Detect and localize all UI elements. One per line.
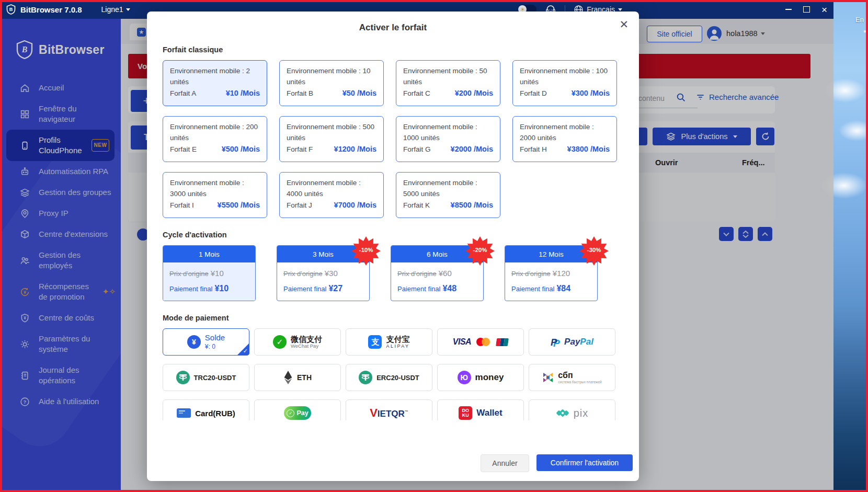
ethereum-icon [283,371,293,384]
plan-price: ¥500 /Mois [222,145,260,153]
section-forfait-classique: Forfait classique [163,45,623,54]
plan-price: ¥300 /Mois [572,89,610,97]
plan-description: Environnement mobile : 2 unités [170,65,260,87]
plan-description: Environnement mobile : 200 unités [170,121,260,143]
cycle-duration: 1 Mois [163,246,255,262]
tether-icon [176,371,190,384]
plan-price: ¥50 /Mois [342,89,376,97]
chevron-down-icon [126,8,130,11]
paypal-logo: PayPal [564,337,593,347]
close-dialog-button[interactable]: ✕ [619,19,629,30]
payment-sbp[interactable]: сбп система быстрых платежей [529,364,615,391]
plan-card[interactable]: Environnement mobile : 100 unités Forfai… [512,60,617,106]
final-price: Paiement final¥10 [169,284,249,293]
plan-card[interactable]: Environnement mobile : 2000 unités Forfa… [512,116,617,162]
plan-price: ¥1200 /Mois [334,145,376,153]
plan-card[interactable]: Environnement mobile : 200 unités Forfai… [163,116,267,162]
payment-erc20-usdt[interactable]: ERC20-USDT [346,364,432,391]
plan-name: Forfait B [287,89,313,97]
plan-card[interactable]: Environnement mobile : 50 unités Forfait… [396,60,500,106]
payment-vietqr[interactable]: VIETQR™ [346,399,432,420]
cycle-option[interactable]: 1 Mois Prix d'origine¥10 Paiement final¥… [163,245,256,301]
confirm-activation-button[interactable]: Confirmer l'activation [536,454,633,471]
dialog-title: Activer le forfait [163,12,623,33]
plan-name: Forfait K [403,201,430,209]
payment-yoomoney[interactable]: Ю money [437,364,524,391]
plan-price: ¥10 /Mois [226,89,260,97]
activate-plan-dialog: Activer le forfait ✕ Forfait classique E… [147,12,639,481]
payment-wechat[interactable]: ✓ 微信支付 WeChat Pay [254,328,341,356]
plan-card[interactable]: Environnement mobile : 2 unités Forfait … [163,60,267,106]
cycle-option[interactable]: -10% 3 Mois Prix d'origine¥30 Paiement f… [277,245,370,301]
plan-description: Environnement mobile : 2000 unités [520,121,610,143]
section-mode-paiement: Mode de paiement [163,314,623,322]
plan-card[interactable]: Environnement mobile : 1000 unités Forfa… [396,116,500,162]
final-price: Paiement final¥48 [397,284,477,293]
discount-badge: -10% [351,236,381,266]
original-price: Prix d'origine¥60 [397,269,477,278]
payment-grid-row1: ¥ Solde ¥: 0 ✓ ✓ 微信支付 WeChat Pay 支 支付宝 A… [163,328,623,356]
close-window-button[interactable]: × [821,5,827,15]
minimize-button[interactable] [785,9,792,10]
payment-doku-wallet[interactable]: DO KU Wallet [437,399,524,420]
tether-icon [359,371,372,384]
cancel-button[interactable]: Annuler [481,454,529,472]
plan-name: Forfait F [287,145,313,153]
plan-name: Forfait I [170,201,194,209]
section-cycle-activation: Cycle d'activation [163,231,623,239]
payment-alipay[interactable]: 支 支付宝 ALIPAY [346,328,432,356]
pix-icon [556,406,569,420]
desktop-icon-fragment: ● [863,28,866,34]
paypal-icon: PP [551,337,560,347]
plan-description: Environnement mobile : 50 unités [403,65,493,87]
plan-description: Environnement mobile : 500 unités [287,121,376,143]
payment-paypal[interactable]: PP PayPal [529,328,615,356]
plan-card[interactable]: Environnement mobile : 500 unités Forfai… [279,116,384,162]
plan-card[interactable]: Environnement mobile : 5000 unités Forfa… [396,172,500,218]
app-title: BitBrowser 7.0.8 [20,5,82,14]
desktop-icon-label[interactable]: En [855,16,864,24]
plan-name: Forfait E [170,145,197,153]
payment-visa-mastercard[interactable]: VISA [437,328,524,356]
plan-description: Environnement mobile : 1000 unités [403,121,493,143]
plan-price: ¥7000 /Mois [334,201,376,209]
plan-description: Environnement mobile : 3000 unités [170,177,260,199]
bank-card-icon [177,408,191,418]
balance-amount: ¥: 0 [205,344,225,351]
yoomoney-icon: Ю [458,371,471,384]
vietqr-logo: VIETQR™ [370,406,408,420]
app-logo-icon: B [6,4,16,15]
final-price: Paiement final¥27 [283,284,363,293]
plan-card[interactable]: Environnement mobile : 4000 unités Forfa… [279,172,384,218]
original-price: Prix d'origine¥120 [511,269,591,278]
doku-icon: DO KU [459,406,472,420]
svg-text:B: B [9,7,13,12]
payment-gpay[interactable]: ✓Pay [254,399,341,420]
maximize-button[interactable] [803,6,810,13]
sbp-icon [542,371,554,384]
unionpay-icon [496,338,509,346]
visa-logo: VISA [453,337,471,347]
payment-eth[interactable]: ETH [254,364,341,391]
plan-card[interactable]: Environnement mobile : 10 unités Forfait… [279,60,384,106]
alipay-icon: 支 [368,335,382,349]
plan-price: ¥200 /Mois [455,89,493,97]
plan-grid: Environnement mobile : 2 unités Forfait … [163,60,623,218]
line-selector[interactable]: Ligne1 [101,5,130,14]
plan-description: Environnement mobile : 4000 unités [287,177,376,199]
cycle-grid: 1 Mois Prix d'origine¥10 Paiement final¥… [163,245,623,301]
payment-solde[interactable]: ¥ Solde ¥: 0 ✓ [163,328,249,356]
plan-card[interactable]: Environnement mobile : 3000 unités Forfa… [163,172,267,218]
chevron-down-icon [618,8,622,11]
plan-description: Environnement mobile : 10 unités [287,65,376,87]
cycle-option[interactable]: -20% 6 Mois Prix d'origine¥60 Paiement f… [391,245,484,301]
plan-name: Forfait C [403,89,430,97]
payment-trc20-usdt[interactable]: TRC20-USDT [163,364,249,391]
cycle-option[interactable]: -30% 12 Mois Prix d'origine¥120 Paiement… [505,245,598,301]
plan-price: ¥2000 /Mois [451,145,493,153]
payment-card-rub[interactable]: Card(RUB) [163,399,249,420]
plan-price: ¥5500 /Mois [218,201,260,209]
check-icon: ✓ [243,348,248,354]
green-pay-icon: ✓Pay [284,406,311,420]
payment-pix[interactable]: pix [529,399,615,420]
